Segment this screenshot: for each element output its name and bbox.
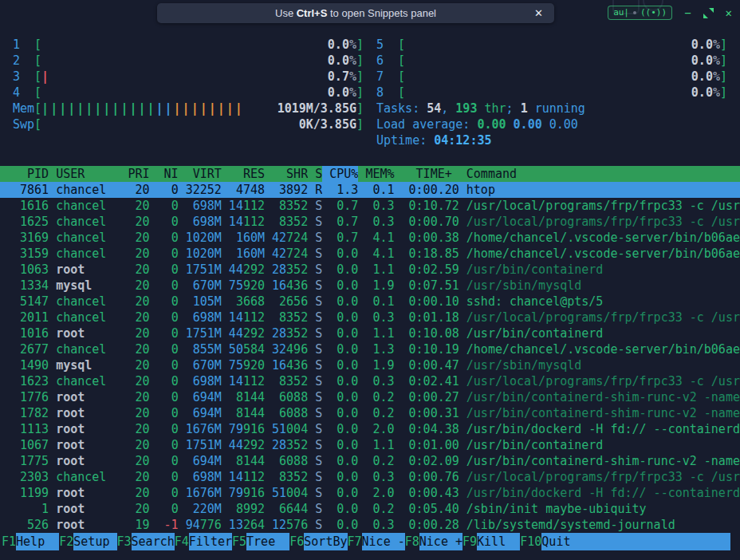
process-row-pid-1782[interactable]: 1782 root 20 0 694M 8144 6088 S 0.0 0.2 … [0,405,740,421]
terminal-badge[interactable]: au| ((•)) [608,6,672,20]
cell-shr: 12576 [272,517,308,533]
cell-mem: 1.1 [365,262,394,278]
process-row-pid-1199[interactable]: 1199 root 20 0 1676M 79916 51004 S 0.0 2… [0,485,740,501]
process-row-pid-1063[interactable]: 1063 root 20 0 1751M 44292 28352 S 0.0 1… [0,262,740,278]
uptime-line: Uptime: 04:12:35 [376,132,727,148]
cell-pri: 20 [128,469,149,485]
cell-ni: 0 [157,485,179,501]
process-row-pid-1775[interactable]: 1775 root 20 0 694M 8144 6088 S 0.0 0.2 … [0,453,740,469]
meter-label: 3 [13,69,34,85]
cell-cpu: 0.7 [329,230,358,246]
column-header-s[interactable]: S [315,166,322,182]
process-row-pid-2303[interactable]: 2303 chancel 20 0 698M 14112 8352 S 0.0 … [0,469,740,485]
fkey-f1-help[interactable]: F1Help [2,533,59,550]
cell-cmd: htop [466,182,740,198]
process-row-pid-1625[interactable]: 1625 chancel 20 0 698M 14112 8352 S 0.7 … [0,214,740,230]
cell-virt: 94776 [186,517,222,533]
cell-shr: 8352 [272,310,308,325]
column-header-virt[interactable]: VIRT [186,166,222,182]
fkey-f4-filter[interactable]: F4Filter [175,533,232,550]
fkey-f5-tree[interactable]: F5Tree [232,533,289,550]
column-header-user[interactable]: USER [56,166,120,182]
cell-virt: 1020M [186,246,222,262]
cell-ni: 0 [157,389,179,405]
cell-cmd: /usr/bin/dockerd -H fd:// --containerd [466,421,740,437]
cell-s: S [315,341,322,357]
cell-res: 44292 [229,262,265,278]
process-row-pid-1623[interactable]: 1623 chancel 20 0 698M 14112 8352 S 0.0 … [0,373,740,389]
minimize-button[interactable]: − [684,7,691,18]
meter-value: 0.0% [328,53,356,69]
fkey-f10-quit[interactable]: F10Quit [520,533,730,550]
column-header-shr[interactable]: SHR [272,166,308,182]
fkey-f8-nice-[interactable]: F8Nice + [405,533,462,550]
column-header-res[interactable]: RES [229,166,265,182]
column-header-cpu[interactable]: CPU% [329,166,358,182]
process-row-pid-5147[interactable]: 5147 chancel 20 0 105M 3668 2656 S 0.0 0… [0,294,740,310]
cell-shr: 6644 [272,501,308,517]
process-row-pid-1113[interactable]: 1113 root 20 0 1676M 79916 51004 S 0.0 2… [0,421,740,437]
process-row-pid-7861[interactable]: 7861 chancel 20 0 32252 4748 3892 R 1.3 … [0,182,740,198]
column-header-time[interactable]: TIME+ [402,166,459,182]
cell-s: S [315,389,322,405]
cell-mem: 0.3 [365,469,394,485]
process-row-pid-1016[interactable]: 1016 root 20 0 1751M 44292 28352 S 0.0 1… [0,325,740,341]
fkey-f3-search[interactable]: F3Search [117,533,175,550]
cell-pri: 20 [128,501,149,517]
resize-button[interactable] [703,8,714,18]
column-header-pid[interactable]: PID [13,166,49,182]
process-row-pid-1616[interactable]: 1616 chancel 20 0 698M 14112 8352 S 0.7 … [0,198,740,214]
notification-close-icon[interactable]: ✕ [534,3,543,23]
process-row-pid-1334[interactable]: 1334 mysql 20 0 670M 75920 16436 S 0.0 1… [0,278,740,294]
cell-shr: 2656 [272,294,308,310]
fkey-action-label: Tree [246,533,289,550]
column-header-pri[interactable]: PRI [128,166,149,182]
cell-ni: 0 [157,437,179,453]
cell-cmd: sshd: chancel@pts/5 [466,294,740,310]
cell-mem: 0.3 [365,198,394,214]
cell-res: 50584 [229,341,265,357]
cell-cpu: 0.0 [329,469,358,485]
terminal-screen: Use Ctrl+S to open Snippets panel ✕ au| … [0,0,740,560]
process-row-pid-1776[interactable]: 1776 root 20 0 694M 8144 6088 S 0.0 0.2 … [0,389,740,405]
close-button[interactable]: ✕ [726,7,732,18]
meter-bars: | [41,69,50,85]
cell-cmd: /usr/bin/containerd [466,437,740,453]
cell-pri: 20 [128,230,149,246]
cell-res: 14112 [229,310,265,325]
fkey-f9-kill[interactable]: F9Kill [462,533,520,550]
column-header-cmd[interactable]: Command [466,166,740,182]
process-row-pid-3159[interactable]: 3159 chancel 20 0 1020M 160M 42724 S 0.0… [0,246,740,262]
swp-meter: Swp[0K/3.85G] [13,116,364,132]
cell-cpu: 0.0 [329,421,358,437]
cell-time: 0:10.19 [402,341,459,357]
cell-cmd: /home/chancel/.vscode-server/bin/b06ae [466,230,740,246]
process-row-pid-2677[interactable]: 2677 chancel 20 0 855M 50584 32496 S 0.0… [0,341,740,357]
process-row-pid-2011[interactable]: 2011 chancel 20 0 698M 14112 8352 S 0.0 … [0,310,740,325]
cell-pid: 1016 [13,325,49,341]
process-row-pid-1[interactable]: 1 root 20 0 220M 8992 6644 S 0.0 0.2 0:0… [0,501,740,517]
cell-user: root [56,421,120,437]
process-row-pid-526[interactable]: 526 root 19 -1 94776 13264 12576 S 0.0 0… [0,517,740,533]
fkey-label: F9 [462,533,477,550]
cell-virt: 698M [186,469,222,485]
process-row-pid-1067[interactable]: 1067 root 20 0 1751M 44292 28352 S 0.0 1… [0,437,740,453]
cell-shr: 8352 [272,214,308,230]
column-header-mem[interactable]: MEM% [365,166,394,182]
fkey-f2-setup[interactable]: F2Setup [59,533,116,550]
fkey-action-label: Nice - [362,533,405,550]
process-row-pid-1490[interactable]: 1490 mysql 20 0 670M 75920 16436 S 0.0 1… [0,357,740,373]
fkey-label: F2 [59,533,73,550]
cell-pri: 20 [128,437,149,453]
cell-ni: 0 [157,421,179,437]
fkey-f7-nice-[interactable]: F7Nice - [348,533,405,550]
cell-virt: 698M [186,310,222,325]
fkey-f6-sortby[interactable]: F6SortBy [289,533,347,550]
column-header-ni[interactable]: NI [157,166,179,182]
process-row-pid-3169[interactable]: 3169 chancel 20 0 1020M 160M 42724 S 0.7… [0,230,740,246]
cell-mem: 0.1 [365,182,394,198]
cell-res: 79916 [229,421,265,437]
cell-virt: 670M [186,278,222,294]
cell-mem: 1.1 [365,437,394,453]
cell-pri: 20 [128,198,149,214]
